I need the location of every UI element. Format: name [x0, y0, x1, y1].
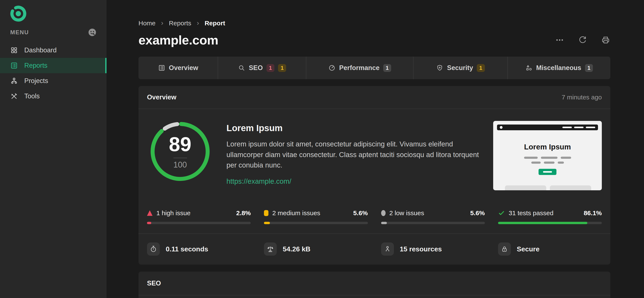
tab-label: Overview: [169, 64, 198, 72]
score-ring: 89 100: [150, 121, 211, 182]
dashboard-grid-icon: [10, 46, 18, 54]
mockup-content-cards: [505, 185, 591, 190]
user-face-icon[interactable]: [88, 28, 97, 37]
metric-value: 0.11 seconds: [166, 245, 208, 253]
mockup-cta-button: [538, 169, 556, 175]
tab-badge-warning: 1: [278, 64, 286, 72]
app-logo-icon[interactable]: [10, 5, 27, 22]
score-divider: [174, 158, 187, 158]
metric-value: Secure: [517, 245, 540, 253]
tab-seo[interactable]: SEO 1 1: [218, 57, 306, 79]
reports-list-icon: [10, 62, 18, 69]
mockup-text-lines: [493, 157, 602, 164]
tab-label: SEO: [249, 64, 263, 72]
sidebar: MENU Dashboard: [0, 0, 106, 298]
stat-label: 2 low issues: [390, 210, 424, 217]
metric-resources: 15 resources: [381, 243, 485, 256]
metric-value: 54.26 kB: [283, 245, 310, 253]
breadcrumb: Home › Reports › Report: [138, 19, 610, 27]
sidebar-item-reports[interactable]: Reports: [0, 58, 106, 73]
mockup-menu-dashes: [562, 127, 595, 128]
overview-card-header: Overview 7 minutes ago: [138, 86, 610, 109]
sidebar-item-label: Dashboard: [24, 46, 57, 54]
tab-miscellaneous[interactable]: Miscellaneous 1: [508, 57, 610, 79]
mockup-titlebar: [497, 125, 598, 130]
report-summary: Lorem Ipsum Lorem ipsum dolor sit amet, …: [226, 121, 480, 185]
projects-hierarchy-icon: [10, 77, 18, 85]
resources-icon: [381, 243, 394, 256]
gauge-icon: [328, 64, 336, 71]
sidebar-item-tools[interactable]: Tools: [0, 88, 106, 104]
header-actions: [555, 35, 610, 45]
score-max: 100: [174, 161, 187, 169]
title-row: example.com: [138, 32, 610, 48]
tab-badge-neutral: 1: [383, 64, 391, 72]
high-issue-triangle-icon: [147, 210, 152, 216]
sidebar-item-dashboard[interactable]: Dashboard: [0, 42, 106, 58]
metric-value: 15 resources: [400, 245, 442, 253]
sidebar-nav: Dashboard Reports: [0, 42, 106, 104]
mockup-window-dot: [500, 126, 502, 129]
sidebar-item-label: Tools: [24, 92, 40, 100]
tab-badge-warning: 1: [477, 64, 485, 72]
more-options-button[interactable]: [555, 35, 564, 45]
sidebar-item-label: Reports: [24, 62, 48, 69]
chevron-right-icon: ›: [161, 19, 164, 26]
metric-load-time: 0.11 seconds: [147, 243, 251, 256]
progress-fill: [498, 222, 588, 224]
tab-performance[interactable]: Performance 1: [306, 57, 413, 79]
stat-label: 31 tests passed: [509, 210, 554, 217]
low-issue-circle-icon: [381, 210, 386, 216]
tab-badge-neutral: 1: [585, 64, 593, 72]
search-icon: [238, 64, 245, 71]
progress-fill: [147, 222, 151, 224]
page-title: example.com: [138, 33, 218, 47]
summary-heading: Lorem Ipsum: [226, 123, 480, 133]
sidebar-item-projects[interactable]: Projects: [0, 73, 106, 88]
stat-medium-issues: 2 medium issues 5.6%: [264, 210, 368, 224]
tab-label: Performance: [339, 64, 380, 72]
menu-row: MENU: [10, 28, 97, 37]
main-content: Home › Reports › Report example.com: [106, 0, 644, 298]
stat-label: 1 high issue: [156, 210, 190, 217]
refresh-button[interactable]: [578, 35, 587, 45]
progress-track: [381, 222, 485, 224]
check-icon: [498, 210, 505, 217]
medium-issue-square-icon: [264, 210, 268, 216]
metrics-row: 0.11 seconds 54.26 kB 15 resources: [138, 234, 610, 265]
scale-icon: [264, 243, 277, 256]
lock-icon: [498, 243, 511, 256]
shapes-icon: [525, 64, 532, 71]
section-title: SEO: [147, 280, 161, 287]
updated-timestamp: 7 minutes ago: [562, 94, 602, 101]
seo-card-body: [138, 296, 610, 298]
report-tabbar: Overview SEO 1 1 Performance 1: [138, 57, 610, 79]
issue-stats-row: 1 high issue 2.8% 2 medium issues 5.6%: [138, 201, 610, 234]
stat-percent: 86.1%: [584, 210, 602, 217]
progress-track: [147, 222, 251, 224]
mockup-page-title: Lorem Ipsum: [493, 143, 602, 151]
score-value: 89: [169, 134, 192, 154]
stat-percent: 5.6%: [470, 210, 485, 217]
sidebar-item-label: Projects: [24, 77, 48, 85]
tab-overview[interactable]: Overview: [138, 57, 218, 79]
metric-page-size: 54.26 kB: [264, 243, 368, 256]
progress-track: [498, 222, 602, 224]
summary-description: Lorem ipsum dolor sit amet, consectetur …: [226, 139, 480, 171]
chevron-right-icon: ›: [197, 19, 199, 26]
metric-security: Secure: [498, 243, 602, 256]
app-root: MENU Dashboard: [0, 0, 644, 298]
seo-card-header: SEO: [138, 272, 610, 296]
stat-tests-passed: 31 tests passed 86.1%: [498, 210, 602, 224]
site-link[interactable]: https://example.com/: [226, 177, 291, 185]
tools-icon: [10, 92, 18, 100]
breadcrumb-home[interactable]: Home: [138, 19, 156, 27]
progress-fill: [381, 222, 387, 224]
seo-card: SEO: [138, 272, 610, 298]
stat-label: 2 medium issues: [272, 210, 320, 217]
menu-label: MENU: [10, 29, 29, 36]
tab-security[interactable]: Security 1: [413, 57, 508, 79]
breadcrumb-reports[interactable]: Reports: [169, 19, 191, 27]
stopwatch-icon: [147, 243, 160, 256]
print-button[interactable]: [601, 35, 610, 45]
